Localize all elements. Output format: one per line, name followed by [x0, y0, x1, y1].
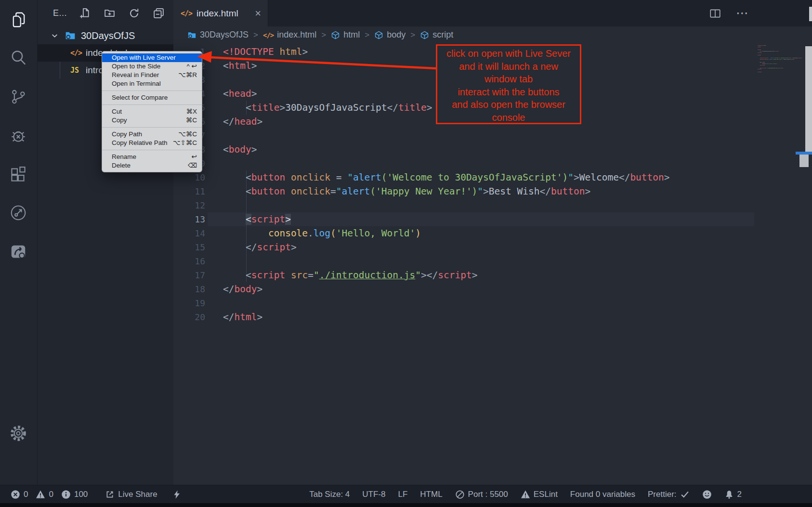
breadcrumb-separator: >: [365, 30, 369, 40]
minimap[interactable]: <!DOCTYPE html><html><head> <title>30Day…: [758, 45, 802, 107]
status-label: 0: [49, 490, 53, 499]
token: <: [246, 214, 251, 225]
status-port-5500[interactable]: Port : 5500: [455, 490, 508, 499]
menu-item-shortcut: ⌥⌘R: [178, 71, 197, 79]
menu-item-label: Copy: [112, 116, 127, 125]
status-smiley[interactable]: [702, 490, 712, 499]
activity-live-share-icon[interactable]: [9, 204, 27, 222]
code-line-16[interactable]: 16: [174, 254, 812, 268]
status-prettier-[interactable]: Prettier:: [648, 490, 690, 499]
menu-item-shortcut: ⌫: [188, 161, 197, 170]
status-tab-size-4[interactable]: Tab Size: 4: [309, 490, 350, 499]
activity-search-icon[interactable]: [9, 49, 27, 67]
token: title: [251, 102, 280, 113]
new-file-icon[interactable]: [79, 8, 91, 19]
token: <: [246, 270, 251, 281]
menu-item-open-to-the-side[interactable]: Open to the Side^ ↩: [102, 62, 202, 71]
status-label: HTML: [420, 490, 442, 499]
breadcrumb-item-30DaysOfJS[interactable]: 30DaysOfJS: [187, 30, 249, 40]
token: [223, 242, 246, 253]
tree-folder-30DaysOfJS[interactable]: 30DaysOfJS: [38, 27, 173, 44]
token: <: [223, 88, 229, 99]
code-line-10[interactable]: 10 <button onclick = "alert('Welcome to …: [174, 170, 812, 184]
status-0[interactable]: 0: [36, 490, 53, 499]
menu-item-delete[interactable]: Delete⌫: [102, 161, 202, 170]
code-line-15[interactable]: 15 </script>: [174, 240, 812, 254]
tab-close-icon[interactable]: ×: [255, 8, 261, 19]
menu-item-label: Copy Relative Path: [112, 139, 168, 147]
menu-item-rename[interactable]: Rename↩: [102, 153, 202, 161]
status-eslint[interactable]: ESLint: [521, 490, 558, 499]
activity-settings-icon[interactable]: [9, 424, 27, 442]
status-2[interactable]: 2: [724, 490, 742, 499]
chevron-down-icon[interactable]: [51, 32, 58, 39]
code-text: <title>30DaysOfJavaScript</title>: [223, 101, 432, 115]
refresh-icon[interactable]: [129, 8, 140, 19]
token: .: [308, 228, 314, 239]
token: </: [540, 186, 551, 197]
collapse-all-icon[interactable]: [153, 8, 164, 19]
code-line-14[interactable]: 14 console.log('Hello, World'): [174, 226, 812, 240]
code-line-20[interactable]: 20</html>: [174, 310, 812, 324]
activity-source-control-icon[interactable]: [9, 88, 27, 106]
menu-item-copy-relative-path[interactable]: Copy Relative Path⌥⇧⌘C: [102, 139, 202, 147]
more-actions-icon[interactable]: ⋯: [736, 6, 749, 21]
tab-label: index.html: [196, 8, 238, 19]
activity-explorer-icon[interactable]: [9, 11, 27, 29]
breadcrumb-label: index.html: [277, 30, 316, 40]
status-html[interactable]: HTML: [420, 490, 442, 499]
line-number: 11: [174, 184, 205, 198]
js-file-icon: JS: [70, 66, 85, 75]
code-line-19[interactable]: 19: [174, 296, 812, 310]
code-line-18[interactable]: 18</body>: [174, 282, 812, 296]
annotation-text: and it will launch a new: [437, 60, 580, 73]
code-line-17[interactable]: 17 <script src="./introduction.js"></scr…: [174, 268, 812, 282]
menu-item-copy[interactable]: Copy⌘C: [102, 116, 202, 125]
breadcrumb-item-script[interactable]: script: [420, 30, 453, 40]
code-line-13[interactable]: 13 <script>: [174, 212, 812, 226]
split-editor-icon[interactable]: [709, 7, 721, 20]
code-line-8[interactable]: 8<body>: [174, 143, 812, 156]
breadcrumb-item-body[interactable]: body: [374, 30, 406, 40]
activity-extensions-icon[interactable]: [9, 165, 27, 183]
menu-item-label: Copy Path: [112, 130, 142, 139]
status-100[interactable]: 100: [61, 490, 88, 499]
tab-index-html[interactable]: </> index.html ×: [174, 0, 268, 26]
status-utf-8[interactable]: UTF-8: [362, 490, 385, 499]
menu-item-shortcut: ^ ↩: [187, 62, 197, 71]
annotation-text: interact with the buttons: [437, 86, 580, 99]
code-text: console.log('Hello, World'): [223, 226, 421, 240]
status-found-0-variables[interactable]: Found 0 variables: [570, 490, 635, 499]
code-line-12[interactable]: 12: [174, 198, 812, 212]
menu-item-open-with-live-server[interactable]: Open with Live Server: [102, 53, 202, 62]
code-text: <button onclick="alert('Happy New Year!'…: [223, 184, 590, 198]
token: >: [427, 102, 432, 113]
menu-item-reveal-in-finder[interactable]: Reveal in Finder⌥⌘R: [102, 71, 202, 79]
annotation-text: click on open with Live Sever: [437, 47, 580, 60]
status-0[interactable]: 0: [11, 490, 28, 499]
status-lf[interactable]: LF: [398, 490, 407, 499]
menu-item-cut[interactable]: Cut⌘X: [102, 107, 202, 116]
code-line-7[interactable]: 7: [174, 129, 812, 143]
code-line-11[interactable]: 11 <button onclick="alert('Happy New Yea…: [174, 184, 812, 198]
scrollbar-thumb[interactable]: [799, 155, 809, 167]
menu-item-select-for-compare[interactable]: Select for Compare: [102, 93, 202, 102]
token: button: [551, 186, 585, 197]
menu-item-copy-path[interactable]: Copy Path⌥⌘C: [102, 130, 202, 139]
breadcrumb-item-index.html[interactable]: </>index.html: [263, 30, 316, 40]
status-bolt[interactable]: [172, 490, 182, 499]
activity-share-export-icon[interactable]: [9, 242, 27, 260]
activity-run-debug-icon[interactable]: [9, 127, 27, 145]
breadcrumb-item-html[interactable]: html: [331, 30, 360, 40]
status-live-share[interactable]: Live Share: [105, 490, 157, 499]
annotation-text: and also open the browser: [437, 98, 580, 111]
menu-item-label: Open with Live Server: [112, 53, 176, 62]
menu-item-label: Delete: [112, 161, 131, 170]
menu-item-label: Cut: [112, 107, 122, 116]
token: ('Happy New Year!'): [370, 186, 477, 197]
code-line-9[interactable]: 9: [174, 156, 812, 170]
token: >: [279, 102, 285, 113]
new-folder-icon[interactable]: [104, 8, 115, 19]
menu-item-open-in-terminal[interactable]: Open in Terminal: [102, 79, 202, 88]
breadcrumb-separator: >: [253, 30, 258, 40]
